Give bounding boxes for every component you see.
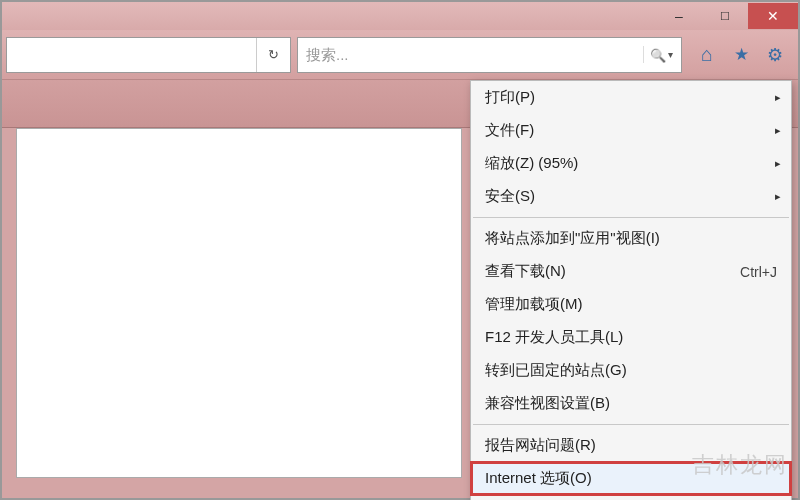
menu-item-label: 报告网站问题(R) — [485, 436, 777, 455]
menu-internet-options[interactable]: Internet 选项(O) — [471, 462, 791, 495]
chevron-down-icon[interactable] — [666, 49, 673, 60]
page-content — [16, 128, 462, 478]
maximize-button[interactable] — [702, 3, 748, 29]
menu-zoom[interactable]: 缩放(Z) (95%) — [471, 147, 791, 180]
menu-report-problem[interactable]: 报告网站问题(R) — [471, 429, 791, 462]
menu-separator — [473, 217, 789, 218]
menu-view-downloads[interactable]: 查看下载(N) Ctrl+J — [471, 255, 791, 288]
menu-item-accelerator: Ctrl+J — [740, 264, 777, 280]
menu-item-label: 文件(F) — [485, 121, 777, 140]
chevron-right-icon — [775, 124, 781, 137]
menu-item-label: 将站点添加到"应用"视图(I) — [485, 229, 777, 248]
menu-compat-view[interactable]: 兼容性视图设置(B) — [471, 387, 791, 420]
address-bar[interactable] — [6, 37, 291, 73]
home-icon[interactable] — [692, 40, 722, 70]
menu-add-to-apps[interactable]: 将站点添加到"应用"视图(I) — [471, 222, 791, 255]
toolbar-icons — [688, 40, 794, 70]
chevron-right-icon — [775, 91, 781, 104]
favorites-icon[interactable] — [726, 40, 756, 70]
menu-file[interactable]: 文件(F) — [471, 114, 791, 147]
minimize-button[interactable] — [656, 3, 702, 29]
menu-manage-addons[interactable]: 管理加载项(M) — [471, 288, 791, 321]
browser-window: 打印(P) 文件(F) 缩放(Z) (95%) 安全(S) 将站点添加到"应用"… — [0, 0, 800, 500]
menu-print[interactable]: 打印(P) — [471, 81, 791, 114]
menu-item-label: 转到已固定的站点(G) — [485, 361, 777, 380]
search-icon[interactable] — [643, 46, 666, 63]
chevron-right-icon — [775, 190, 781, 203]
menu-separator — [473, 424, 789, 425]
menu-item-label: 管理加载项(M) — [485, 295, 777, 314]
menu-item-label: Internet 选项(O) — [485, 469, 777, 488]
search-bar[interactable] — [297, 37, 682, 73]
menu-item-label: 兼容性视图设置(B) — [485, 394, 777, 413]
close-button[interactable] — [748, 3, 798, 29]
search-input[interactable] — [306, 46, 643, 63]
menu-item-label: 安全(S) — [485, 187, 777, 206]
refresh-icon[interactable] — [256, 38, 290, 72]
window-controls — [656, 3, 798, 29]
title-bar — [2, 2, 798, 30]
menu-item-label: 打印(P) — [485, 88, 777, 107]
chevron-right-icon — [775, 157, 781, 170]
menu-item-label: F12 开发人员工具(L) — [485, 328, 777, 347]
menu-goto-pinned[interactable]: 转到已固定的站点(G) — [471, 354, 791, 387]
menu-safety[interactable]: 安全(S) — [471, 180, 791, 213]
tools-menu: 打印(P) 文件(F) 缩放(Z) (95%) 安全(S) 将站点添加到"应用"… — [470, 80, 792, 500]
gear-icon[interactable] — [760, 40, 790, 70]
navigation-toolbar — [2, 30, 798, 80]
menu-item-label: 缩放(Z) (95%) — [485, 154, 777, 173]
menu-about-ie[interactable]: 关于 Internet Explorer(A) — [471, 495, 791, 500]
menu-f12-devtools[interactable]: F12 开发人员工具(L) — [471, 321, 791, 354]
menu-item-label: 查看下载(N) — [485, 262, 740, 281]
